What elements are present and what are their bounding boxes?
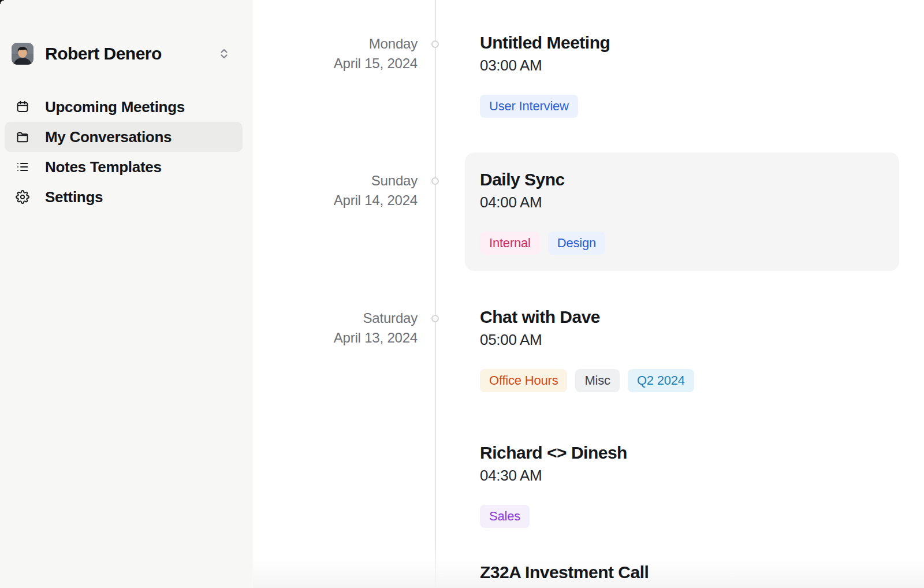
meeting-title: Richard <> Dinesh — [480, 443, 884, 463]
meeting-row[interactable]: Z32A Investment Call — [480, 563, 884, 582]
meeting-title: Z32A Investment Call — [480, 563, 884, 582]
date-label: Monday April 15, 2024 — [253, 33, 418, 118]
timeline-dot — [431, 177, 439, 185]
timeline-group: Sunday April 14, 2024 Daily Sync 04:00 A… — [253, 152, 924, 271]
timeline-group: Monday April 15, 2024 Untitled Meeting 0… — [253, 33, 924, 118]
sidebar-nav: Upcoming Meetings My Conversations Notes… — [0, 92, 252, 212]
timeline-dot — [431, 40, 439, 48]
folder-icon — [16, 130, 29, 144]
date-text: April 14, 2024 — [253, 191, 418, 210]
date-label: Sunday April 14, 2024 — [253, 152, 418, 271]
meeting-tag[interactable]: Office Hours — [480, 369, 567, 392]
chevron-up-down-icon[interactable] — [218, 47, 230, 60]
calendar-icon — [16, 100, 29, 114]
user-profile-switcher[interactable]: Robert Denero — [12, 43, 230, 65]
date-text: April 13, 2024 — [253, 328, 418, 348]
meeting-title: Daily Sync — [480, 170, 884, 189]
meeting-tags: User Interview — [480, 95, 884, 118]
meeting-tag[interactable]: Internal — [480, 232, 540, 255]
meeting-row[interactable]: Daily Sync 04:00 AM InternalDesign — [465, 152, 899, 271]
meeting-row[interactable]: Untitled Meeting 03:00 AM User Interview — [480, 33, 884, 118]
date-text: April 15, 2024 — [253, 54, 418, 73]
sidebar-item-settings[interactable]: Settings — [5, 182, 243, 212]
sidebar-item-upcoming-meetings[interactable]: Upcoming Meetings — [5, 92, 243, 122]
conversations-timeline: Monday April 15, 2024 Untitled Meeting 0… — [253, 0, 924, 588]
weekday-label: Sunday — [253, 171, 418, 191]
meeting-row[interactable]: Chat with Dave 05:00 AM Office HoursMisc… — [480, 307, 884, 392]
timeline-dot — [431, 315, 439, 322]
date-label — [253, 563, 418, 582]
list-icon — [16, 160, 29, 174]
meeting-tag[interactable]: Design — [548, 232, 605, 255]
sidebar: Robert Denero Upcoming Meetings My Conve… — [0, 0, 252, 588]
date-label: Saturday April 13, 2024 — [253, 307, 418, 528]
meeting-tags: Sales — [480, 505, 884, 528]
meeting-tag[interactable]: User Interview — [480, 95, 578, 118]
user-avatar — [12, 43, 33, 65]
user-name: Robert Denero — [45, 44, 162, 64]
meeting-time: 03:00 AM — [480, 58, 884, 73]
meeting-title: Untitled Meeting — [480, 33, 884, 53]
meeting-tags: InternalDesign — [480, 232, 884, 255]
meeting-tag[interactable]: Sales — [480, 505, 530, 528]
timeline-group: Z32A Investment Call — [253, 563, 924, 582]
meeting-time: 04:00 AM — [480, 195, 884, 210]
sidebar-item-notes-templates[interactable]: Notes Templates — [5, 152, 243, 182]
gear-icon — [16, 190, 29, 204]
meeting-tag[interactable]: Misc — [575, 369, 619, 392]
weekday-label: Saturday — [253, 308, 418, 328]
meeting-time: 04:30 AM — [480, 468, 884, 483]
meeting-tag[interactable]: Q2 2024 — [628, 369, 694, 392]
timeline-group: Saturday April 13, 2024 Chat with Dave 0… — [253, 307, 924, 528]
meeting-row[interactable]: Richard <> Dinesh 04:30 AM Sales — [480, 443, 884, 528]
weekday-label: Monday — [253, 34, 418, 54]
meeting-tags: Office HoursMiscQ2 2024 — [480, 369, 884, 392]
meeting-title: Chat with Dave — [480, 307, 884, 327]
meeting-time: 05:00 AM — [480, 332, 884, 347]
sidebar-item-my-conversations[interactable]: My Conversations — [5, 122, 243, 152]
